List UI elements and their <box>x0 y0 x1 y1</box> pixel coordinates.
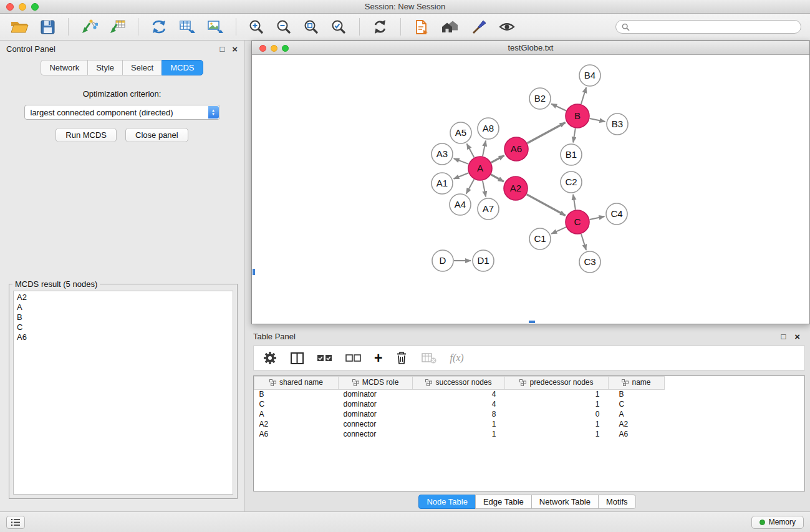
control-panel-tab-network[interactable]: Network <box>41 60 87 75</box>
export-image-button[interactable] <box>205 17 225 36</box>
graph-edge-A-A3[interactable] <box>454 158 469 164</box>
table-row-a[interactable]: Adominator80A <box>254 409 665 419</box>
unselect-all-columns-button[interactable] <box>345 353 362 363</box>
table-row-a2[interactable]: A2connector11A2 <box>254 419 665 429</box>
graph-node-C[interactable]: C <box>566 210 589 234</box>
horizontal-scroll-indicator[interactable] <box>529 321 535 323</box>
column-header-name[interactable]: name <box>609 377 665 390</box>
graph-edge-A-A2[interactable] <box>491 175 503 181</box>
graph-node-B[interactable]: B <box>566 104 589 128</box>
graph-edge-C-C4[interactable] <box>590 216 605 220</box>
close-window-button[interactable] <box>6 3 14 11</box>
table-tab-network-table[interactable]: Network Table <box>531 495 599 509</box>
import-document-button[interactable] <box>412 17 431 37</box>
table-cell[interactable]: 4 <box>413 399 505 409</box>
graph-node-B1[interactable]: B1 <box>561 144 582 165</box>
table-tab-motifs[interactable]: Motifs <box>598 495 636 509</box>
close-panel-button[interactable]: Close panel <box>125 128 188 142</box>
import-network-button[interactable] <box>79 17 99 36</box>
table-cell[interactable]: 4 <box>413 389 505 399</box>
table-tab-node-table[interactable]: Node Table <box>418 495 476 509</box>
table-row-b[interactable]: Bdominator41B <box>254 389 665 399</box>
table-cell[interactable]: 1 <box>413 419 505 429</box>
table-cell[interactable]: dominator <box>339 389 413 399</box>
table-cell[interactable]: B <box>609 389 665 399</box>
graph-node-A7[interactable]: A7 <box>478 198 499 220</box>
table-cell[interactable]: C <box>254 399 339 409</box>
show-hide-button[interactable] <box>497 17 517 36</box>
select-all-columns-button[interactable] <box>317 353 333 363</box>
graph-edge-C-C2[interactable] <box>573 195 576 210</box>
graph-edge-C-C1[interactable] <box>551 227 566 234</box>
network-canvas[interactable]: B4B2BB3A5A8A6B1A3AC2A1A2A4A7C4CC1C3DD1 <box>252 55 809 324</box>
search-input[interactable] <box>634 22 795 31</box>
mcds-result-item-a2[interactable]: A2 <box>14 293 233 302</box>
graph-edge-C-C3[interactable] <box>581 234 586 250</box>
column-header-predecessor-nodes[interactable]: predecessor nodes <box>505 377 609 390</box>
network-graph[interactable]: B4B2BB3A5A8A6B1A3AC2A1A2A4A7C4CC1C3DD1 <box>252 55 809 322</box>
run-mcds-button[interactable]: Run MCDS <box>55 128 117 142</box>
table-cell[interactable]: 1 <box>505 389 609 399</box>
mcds-result-item-a6[interactable]: A6 <box>14 332 233 342</box>
graph-node-A2[interactable]: A2 <box>504 177 528 200</box>
network-zoom-button[interactable] <box>282 45 289 52</box>
network-window-titlebar[interactable]: testGlobe.txt <box>252 41 809 55</box>
float-table-panel-icon[interactable]: □ <box>781 332 786 341</box>
table-cell[interactable]: A <box>254 409 339 419</box>
table-cell[interactable]: 1 <box>505 399 609 409</box>
table-cell[interactable]: dominator <box>339 409 413 419</box>
search-box[interactable] <box>615 20 801 34</box>
control-panel-tab-style[interactable]: Style <box>87 60 122 75</box>
graph-node-A8[interactable]: A8 <box>478 118 499 139</box>
export-table-button[interactable] <box>177 17 197 36</box>
table-cell[interactable]: 1 <box>505 429 609 439</box>
zoom-out-button[interactable] <box>274 17 294 37</box>
graph-node-B2[interactable]: B2 <box>529 88 551 109</box>
close-panel-icon[interactable]: × <box>232 44 238 54</box>
column-header-successor-nodes[interactable]: successor nodes <box>413 377 505 390</box>
delete-column-button[interactable] <box>395 351 408 365</box>
graph-edge-A6-B[interactable] <box>528 123 566 143</box>
column-header-mcds-role[interactable]: MCDS role <box>339 377 413 390</box>
table-cell[interactable]: A2 <box>609 419 665 429</box>
table-settings-button[interactable] <box>263 351 277 365</box>
graph-edge-A-A7[interactable] <box>483 181 486 197</box>
graph-edge-B-B1[interactable] <box>573 128 576 143</box>
graph-node-A5[interactable]: A5 <box>450 122 471 143</box>
table-cell[interactable]: A <box>609 409 665 419</box>
table-cell[interactable]: 8 <box>413 409 505 419</box>
table-cell[interactable]: A6 <box>609 429 665 439</box>
table-cell[interactable]: 0 <box>505 409 609 419</box>
style-brush-button[interactable] <box>470 17 489 37</box>
home-views-button[interactable] <box>439 17 461 36</box>
task-history-button[interactable] <box>6 516 25 529</box>
table-tab-edge-table[interactable]: Edge Table <box>475 495 532 509</box>
float-panel-icon[interactable]: □ <box>219 45 224 53</box>
mcds-result-item-b[interactable]: B <box>14 312 233 322</box>
graph-edge-B-B4[interactable] <box>581 87 586 104</box>
vertical-scroll-indicator[interactable] <box>253 269 255 275</box>
export-network-button[interactable] <box>149 17 169 36</box>
mcds-result-item-a[interactable]: A <box>14 302 233 312</box>
table-cell[interactable]: A6 <box>254 429 339 439</box>
graph-node-B4[interactable]: B4 <box>579 65 600 86</box>
open-session-button[interactable] <box>9 17 30 36</box>
graph-node-B3[interactable]: B3 <box>607 114 628 135</box>
table-cell[interactable]: 1 <box>413 429 505 439</box>
zoom-fit-button[interactable] <box>302 17 321 37</box>
apply-layout-button[interactable] <box>370 17 390 36</box>
import-table-button[interactable] <box>107 17 127 36</box>
criterion-dropdown[interactable]: largest connected component (directed) ▲… <box>24 105 220 120</box>
minimize-window-button[interactable] <box>19 3 26 11</box>
table-cell[interactable]: A2 <box>254 419 339 429</box>
graph-edge-A-A1[interactable] <box>454 173 469 178</box>
control-panel-tab-select[interactable]: Select <box>122 60 162 75</box>
graph-node-A6[interactable]: A6 <box>504 137 528 161</box>
table-cell[interactable]: connector <box>339 419 413 429</box>
graph-node-C4[interactable]: C4 <box>606 203 627 225</box>
memory-button[interactable]: Memory <box>751 516 804 529</box>
graph-node-D[interactable]: D <box>432 250 453 271</box>
table-cell[interactable]: 1 <box>505 419 609 429</box>
create-column-button[interactable]: + <box>374 352 382 364</box>
graph-edge-A-A8[interactable] <box>483 141 486 157</box>
